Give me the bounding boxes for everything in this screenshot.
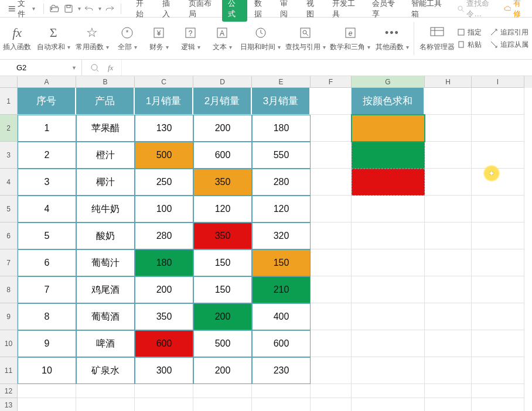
tab-layout[interactable]: 页面布局	[183, 0, 221, 22]
cell-D10[interactable]: 500	[193, 330, 252, 357]
btn-trace-dep[interactable]: 追踪从属	[490, 40, 528, 50]
cell-E3[interactable]: 550	[252, 142, 311, 169]
cell-F10[interactable]	[311, 330, 352, 357]
cell-A8[interactable]: 7	[18, 276, 76, 303]
btn-paste[interactable]: 粘贴	[457, 40, 482, 50]
cell-F11[interactable]	[311, 357, 352, 384]
cell-H9[interactable]	[425, 303, 472, 330]
cell-B12[interactable]	[76, 384, 135, 398]
cell-F6[interactable]	[311, 222, 352, 249]
cell-F3[interactable]	[311, 142, 352, 169]
cell-H8[interactable]	[425, 276, 472, 303]
btn-name-mgr[interactable]: 名称管理器	[417, 23, 457, 53]
tab-member[interactable]: 会员专享	[366, 0, 404, 22]
cell-A11[interactable]: 10	[18, 357, 76, 384]
row-header-1[interactable]: 1	[0, 88, 18, 115]
col-header-C[interactable]: C	[135, 76, 193, 88]
cell-A4[interactable]: 3	[18, 169, 76, 196]
btn-common-fn[interactable]: ☆ 常用函数▾	[73, 23, 111, 53]
tab-insert[interactable]: 插入	[156, 0, 182, 22]
col-header-E[interactable]: E	[252, 76, 311, 88]
btn-autosum[interactable]: Σ 自动求和▾	[34, 23, 73, 53]
btn-text[interactable]: A 文本▾	[206, 23, 238, 53]
cell-C11[interactable]: 300	[135, 357, 193, 384]
cell-C6[interactable]: 280	[135, 222, 193, 249]
cell-D3[interactable]: 600	[193, 142, 252, 169]
cell-A1[interactable]: 序号	[18, 88, 76, 115]
cell-F7[interactable]	[311, 249, 352, 276]
cell-C8[interactable]: 200	[135, 276, 193, 303]
cell-B10[interactable]: 啤酒	[76, 330, 135, 357]
cell-I13[interactable]	[472, 398, 524, 411]
row-header-8[interactable]: 8	[0, 276, 18, 303]
cell-C1[interactable]: 1月销量	[135, 88, 193, 115]
cell-C5[interactable]: 100	[135, 196, 193, 222]
cell-F8[interactable]	[311, 276, 352, 303]
cell-E1[interactable]: 3月销量	[252, 88, 311, 115]
cell-G1[interactable]: 按颜色求和	[352, 88, 425, 115]
tab-review[interactable]: 审阅	[274, 0, 299, 22]
row-header-3[interactable]: 3	[0, 142, 18, 169]
col-header-D[interactable]: D	[193, 76, 252, 88]
cell-F12[interactable]	[311, 384, 352, 398]
cell-G10[interactable]	[352, 330, 425, 357]
cell-D12[interactable]	[193, 384, 252, 398]
cell-C7[interactable]: 180	[135, 249, 193, 276]
command-search[interactable]: 查找命令…	[457, 0, 501, 19]
cell-D8[interactable]: 150	[193, 276, 252, 303]
cell-D9[interactable]: 200	[193, 303, 252, 330]
row-header-7[interactable]: 7	[0, 249, 18, 276]
cell-I12[interactable]	[472, 384, 524, 398]
cell-A12[interactable]	[18, 384, 76, 398]
tab-view[interactable]: 视图	[301, 0, 326, 22]
fx-icon[interactable]: fx	[108, 63, 113, 73]
row-header-12[interactable]: 12	[0, 384, 18, 398]
cell-C12[interactable]	[135, 384, 193, 398]
cell-C13[interactable]	[135, 398, 193, 411]
cell-D6[interactable]: 350	[193, 222, 252, 249]
tab-tools[interactable]: 智能工具箱	[405, 0, 451, 22]
cell-I5[interactable]	[472, 196, 524, 222]
cell-I6[interactable]	[472, 222, 524, 249]
cell-I9[interactable]	[472, 303, 524, 330]
cell-F9[interactable]	[311, 303, 352, 330]
cell-G9[interactable]	[352, 303, 425, 330]
cell-B6[interactable]: 酸奶	[76, 222, 135, 249]
btn-assign[interactable]: 指定	[457, 28, 482, 37]
cell-A9[interactable]: 8	[18, 303, 76, 330]
cell-A7[interactable]: 6	[18, 249, 76, 276]
cell-C4[interactable]: 250	[135, 169, 193, 196]
cell-I10[interactable]	[472, 330, 524, 357]
cell-F2[interactable]	[311, 115, 352, 142]
col-header-G[interactable]: G	[352, 76, 425, 88]
spreadsheet-grid[interactable]: ABCDEFGHI 12345678910111213 序号产品1月销量2月销量…	[0, 76, 532, 411]
cell-H11[interactable]	[425, 357, 472, 384]
cell-I2[interactable]	[472, 115, 524, 142]
cell-H13[interactable]	[425, 398, 472, 411]
row-header-5[interactable]: 5	[0, 196, 18, 222]
redo-icon[interactable]	[104, 2, 115, 15]
cell-G11[interactable]	[352, 357, 425, 384]
tab-dev[interactable]: 开发工具	[326, 0, 364, 22]
cell-D4[interactable]: 350	[193, 169, 252, 196]
cell-A13[interactable]	[18, 398, 76, 411]
cell-D2[interactable]: 200	[193, 115, 252, 142]
cell-G5[interactable]	[352, 196, 425, 222]
btn-trace-ref[interactable]: 追踪引用	[490, 28, 528, 37]
sync-status[interactable]: 有修	[504, 0, 527, 19]
cell-H3[interactable]	[425, 142, 472, 169]
cell-I8[interactable]	[472, 276, 524, 303]
cell-G6[interactable]	[352, 222, 425, 249]
cell-G2[interactable]	[352, 115, 425, 142]
cell-H2[interactable]	[425, 115, 472, 142]
cell-F5[interactable]	[311, 196, 352, 222]
cell-E5[interactable]: 120	[252, 196, 311, 222]
open-icon[interactable]	[49, 2, 60, 15]
cell-B13[interactable]	[76, 398, 135, 411]
cell-F13[interactable]	[311, 398, 352, 411]
cell-D5[interactable]: 120	[193, 196, 252, 222]
btn-other[interactable]: ••• 其他函数▾	[373, 23, 411, 53]
cell-E8[interactable]: 210	[252, 276, 311, 303]
cell-H10[interactable]	[425, 330, 472, 357]
cell-I3[interactable]	[472, 142, 524, 169]
